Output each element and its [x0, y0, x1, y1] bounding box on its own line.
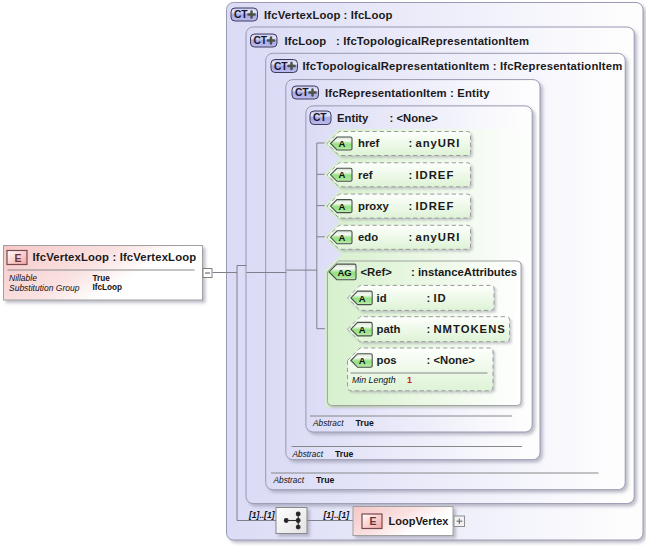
svg-text:[1]..[1]: [1]..[1]: [248, 510, 276, 520]
svg-text:Min Length: Min Length: [352, 375, 396, 385]
svg-text:: IDREF: : IDREF: [409, 200, 455, 212]
svg-text:A: A: [359, 293, 366, 304]
svg-text:IfcVertexLoop : IfcVertexLoop: IfcVertexLoop : IfcVertexLoop: [33, 251, 197, 263]
svg-text:IfcLoop: IfcLoop: [285, 35, 327, 47]
svg-text:: <None>: : <None>: [427, 354, 476, 366]
svg-text:CT: CT: [234, 9, 248, 20]
svg-text:: ID: : ID: [427, 292, 447, 304]
svg-text:A: A: [359, 324, 366, 335]
svg-text:Abstract: Abstract: [292, 449, 324, 459]
svg-text:: IDREF: : IDREF: [409, 169, 455, 181]
svg-text:ref: ref: [358, 169, 373, 181]
svg-text:Abstract: Abstract: [273, 475, 305, 485]
svg-text:AG: AG: [337, 267, 351, 278]
svg-text:path: path: [377, 323, 401, 335]
svg-text:[1]..[1]: [1]..[1]: [323, 510, 351, 520]
svg-text:proxy: proxy: [358, 200, 389, 212]
svg-text:A: A: [339, 138, 346, 149]
svg-text:E: E: [14, 252, 21, 264]
svg-text:IfcVertexLoop: IfcVertexLoop: [264, 9, 341, 21]
svg-text:1: 1: [407, 375, 412, 385]
svg-text:LoopVertex: LoopVertex: [389, 515, 450, 527]
svg-text:: instanceAttributes: : instanceAttributes: [411, 266, 517, 278]
svg-text:href: href: [358, 137, 380, 149]
svg-text:id: id: [377, 292, 387, 304]
svg-text:Entity: Entity: [337, 112, 369, 124]
svg-text:IfcLoop: IfcLoop: [93, 283, 123, 292]
svg-text:<Ref>: <Ref>: [361, 266, 393, 278]
svg-text:IfcTopologicalRepresentationIt: IfcTopologicalRepresentationItem : IfcRe…: [303, 60, 623, 72]
svg-text:CT: CT: [274, 61, 288, 72]
svg-text:: anyURI: : anyURI: [409, 231, 461, 243]
svg-text:A: A: [359, 355, 366, 366]
svg-text:: NMTOKENS: : NMTOKENS: [427, 323, 506, 335]
svg-text:True: True: [316, 475, 335, 485]
svg-text:True: True: [93, 274, 111, 283]
svg-text:Nillable: Nillable: [9, 273, 37, 283]
svg-text:A: A: [339, 232, 346, 243]
svg-text:True: True: [335, 449, 354, 459]
svg-text:CT: CT: [253, 35, 267, 46]
svg-text:IfcRepresentationItem : Entity: IfcRepresentationItem : Entity: [325, 87, 490, 99]
svg-text:CT: CT: [295, 87, 309, 98]
svg-text:: IfcLoop: : IfcLoop: [344, 9, 393, 21]
svg-text:A: A: [339, 201, 346, 212]
svg-text:Abstract: Abstract: [312, 418, 344, 428]
svg-text:Substitution Group: Substitution Group: [9, 283, 80, 293]
svg-text:A: A: [339, 169, 346, 180]
svg-text:pos: pos: [377, 354, 397, 366]
svg-text:: <None>: : <None>: [390, 112, 439, 124]
svg-text:E: E: [369, 515, 376, 527]
svg-text:True: True: [356, 418, 375, 428]
svg-text:CT: CT: [313, 112, 327, 123]
svg-text:: anyURI: : anyURI: [409, 137, 461, 149]
svg-text:: IfcTopologicalRepresentation: : IfcTopologicalRepresentationItem: [336, 35, 529, 47]
svg-text:edo: edo: [358, 231, 378, 243]
